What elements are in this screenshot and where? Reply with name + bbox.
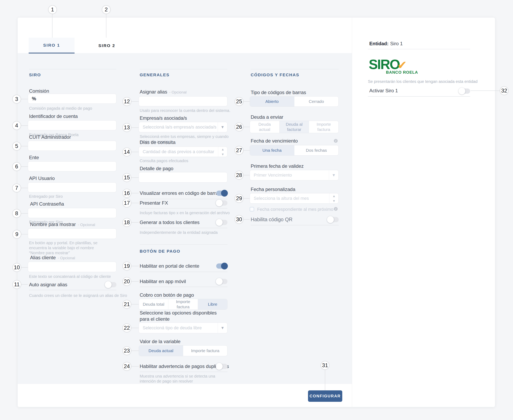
callout-line	[243, 219, 250, 220]
callout-24: 24	[123, 362, 131, 371]
callout-6: 6	[12, 162, 21, 171]
identificador-input[interactable]	[28, 120, 117, 130]
segment-deuda-actual[interactable]: Deuda actual	[139, 345, 183, 356]
callout-12: 12	[123, 97, 131, 106]
entity-value: Siro 1	[390, 41, 403, 46]
toggle-knob	[216, 219, 223, 226]
callout-3: 3	[12, 95, 21, 104]
nombre-mostrar-helper: En botón app y portal. En plantillas, se…	[29, 240, 109, 255]
segment-cerrado[interactable]: Cerrado	[294, 97, 339, 106]
number-stepper[interactable]: ▲ ▼	[329, 193, 338, 203]
stepper-down-icon[interactable]: ▼	[218, 152, 227, 157]
app-movil-toggle[interactable]	[216, 279, 227, 284]
detalle-pago-input[interactable]	[139, 172, 227, 183]
callout-line	[131, 266, 139, 266]
callout-line	[471, 90, 500, 91]
segment-importe-factura[interactable]: Importe factura	[183, 345, 227, 356]
callout-line	[325, 370, 325, 390]
portal-cliente-toggle[interactable]	[216, 263, 227, 269]
callout-line	[131, 281, 139, 282]
tipo-codigos-label: Tipo de códigos de barras	[251, 90, 306, 96]
segment-deuda-total[interactable]: Deuda total	[139, 299, 168, 309]
segment-dos-fechas[interactable]: Dos fechas	[294, 145, 339, 155]
callout-line	[131, 127, 139, 128]
optional-tag: - Opcional	[58, 256, 75, 260]
entity-title: Entidad:Siro 1	[369, 41, 403, 46]
callout-20: 20	[123, 277, 131, 286]
callout-line	[21, 146, 28, 146]
app-movil-label: Habilitar en app móvil	[140, 278, 186, 285]
callout-line	[106, 14, 106, 38]
primera-fecha-select[interactable]: Primer Vencimiento ▼	[250, 170, 339, 180]
asignar-alias-helper: Usalo para reconocer la cuenta dentro de…	[140, 108, 230, 113]
siro-logo: SIRO✔ BANCO ROELA	[369, 56, 418, 75]
callout-8: 8	[12, 209, 21, 218]
alias-cliente-input[interactable]	[28, 262, 117, 272]
stepper-up-icon[interactable]: ▲	[329, 193, 338, 198]
dias-consulta-label: Días de consulta	[140, 139, 176, 145]
callout-2: 2	[102, 5, 111, 14]
mes-proximo-checkbox[interactable]	[250, 207, 254, 211]
activar-siro-toggle[interactable]	[459, 89, 470, 94]
callout-line	[21, 166, 28, 167]
callout-line	[131, 177, 139, 178]
visualizar-errores-toggle[interactable]	[216, 191, 227, 196]
info-icon[interactable]: i	[334, 139, 338, 143]
tipo-codigos-segmented: Abierto Cerrado	[250, 96, 339, 107]
fecha-personalizada-input[interactable]: Selecciona la altura del mes ▲ ▼	[250, 193, 339, 204]
segment-libre[interactable]: Libre	[198, 299, 227, 309]
generar-clientes-toggle[interactable]	[216, 220, 227, 225]
segment-importe-factura[interactable]: Importe factura	[168, 299, 198, 309]
callout-19: 19	[123, 262, 131, 270]
empresas-select[interactable]: Seleccioná la/s empresa/s asociada/s ▼	[139, 122, 227, 132]
segment-una-fecha[interactable]: Una fecha	[250, 145, 294, 155]
chevron-down-icon[interactable]: ▼	[218, 122, 227, 132]
callout-line	[131, 304, 139, 305]
tab-siro-2[interactable]: SIRO 2	[84, 38, 130, 53]
segment-deuda-actual[interactable]: Deuda actual	[250, 121, 280, 133]
nombre-mostrar-input[interactable]	[28, 228, 117, 239]
asignar-alias-input[interactable]	[139, 96, 227, 106]
ente-input[interactable]	[28, 161, 117, 171]
stepper-down-icon[interactable]: ▼	[329, 198, 338, 203]
configurar-button[interactable]: CONFIGURAR	[308, 390, 342, 402]
empresas-placeholder: Seleccioná la/s empresa/s asociada/s	[143, 125, 217, 130]
callout-26: 26	[235, 122, 243, 131]
info-icon[interactable]: i	[334, 207, 338, 211]
generar-clientes-helper: Independientemente de la entidad asignad…	[140, 230, 218, 235]
chevron-down-icon[interactable]: ▼	[329, 170, 338, 180]
callout-5: 5	[12, 142, 21, 150]
dias-placeholder: Cantidad de días previos a consultar	[143, 149, 214, 154]
tipo-deuda-select[interactable]: Seleccioná tipo de deuda libre ▼	[139, 322, 227, 333]
fecha-personalizada-label: Fecha personalizada	[251, 186, 295, 192]
presentar-fx-toggle[interactable]	[216, 200, 227, 206]
asignar-alias-label-text: Asignar alias	[140, 89, 167, 95]
callout-line	[131, 328, 139, 328]
api-contrasena-input[interactable]	[28, 208, 117, 218]
callout-22: 22	[123, 323, 131, 332]
section-divider	[140, 244, 227, 245]
opciones-disponibles-label: Seleccione las opciones disponibles para…	[140, 310, 226, 322]
segment-deuda-al-facturar[interactable]: Deuda al facturar	[280, 121, 309, 133]
callout-line	[21, 213, 28, 214]
stepper-up-icon[interactable]: ▲	[218, 147, 227, 152]
tab-siro-1[interactable]: SIRO 1	[29, 38, 75, 53]
section-header-boton-pago: BOTÓN DE PAGO	[140, 249, 180, 254]
generar-clientes-label: Generar a todos los clientes	[140, 219, 200, 225]
cuit-input[interactable]	[28, 141, 117, 151]
identificador-label: Identificador de cuenta	[29, 113, 78, 119]
api-usuario-input[interactable]	[28, 182, 117, 192]
number-stepper[interactable]: ▲ ▼	[218, 147, 227, 157]
habilita-qr-toggle[interactable]	[327, 217, 339, 222]
percent-prefix: %	[32, 96, 36, 102]
dias-consulta-input[interactable]: Cantidad de días previos a consultar ▲ ▼	[139, 147, 227, 157]
chevron-down-icon[interactable]: ▼	[218, 323, 227, 333]
advertencia-pagos-toggle[interactable]	[216, 364, 227, 369]
comision-input[interactable]: %	[28, 94, 117, 104]
segment-importe-factura[interactable]: Importe factura	[309, 121, 338, 133]
toggle-knob	[221, 190, 228, 197]
nombre-mostrar-label-text: Nombre para mostrar	[30, 222, 76, 227]
auto-asignar-toggle[interactable]	[105, 282, 117, 287]
dias-consulta-helper: Consulta pagos efectuados	[140, 158, 188, 163]
segment-abierto[interactable]: Abierto	[250, 97, 294, 106]
